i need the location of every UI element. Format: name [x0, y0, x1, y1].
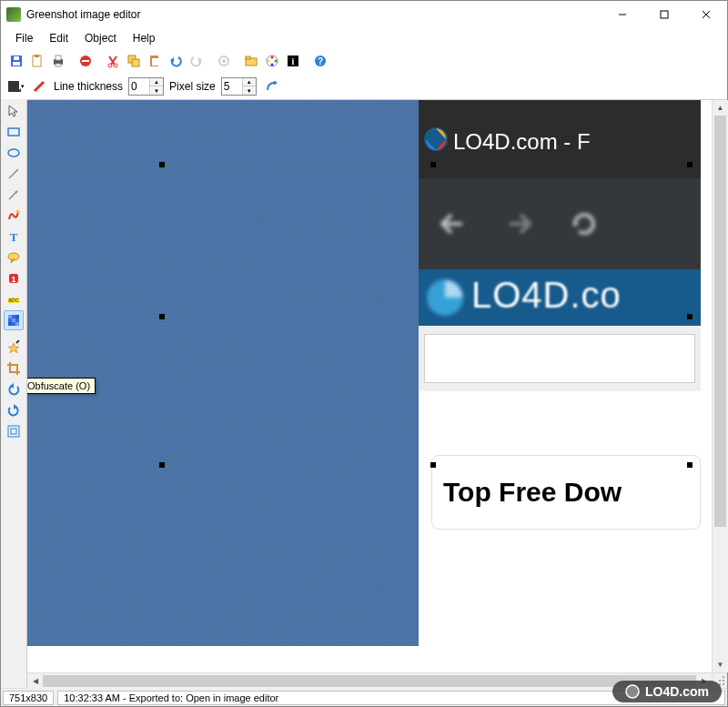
cut-button[interactable]: [103, 51, 123, 71]
titlebar[interactable]: Greenshot image editor: [1, 1, 727, 28]
scroll-left-arrow[interactable]: ◀: [27, 673, 43, 689]
svg-line-44: [9, 169, 18, 178]
svg-point-77: [723, 683, 724, 685]
minimize-button[interactable]: [602, 1, 643, 28]
menu-file[interactable]: File: [8, 30, 40, 46]
svg-rect-27: [246, 56, 250, 59]
selection-handle[interactable]: [159, 462, 165, 468]
svg-point-67: [424, 127, 448, 151]
arrow-tool[interactable]: [4, 185, 24, 205]
crop-tool[interactable]: [4, 359, 24, 379]
pixel-size-label: Pixel size: [169, 80, 216, 93]
selection-handle[interactable]: [430, 162, 436, 167]
svg-rect-57: [15, 315, 19, 318]
paste-button[interactable]: [145, 51, 165, 71]
maximize-button[interactable]: [643, 1, 685, 28]
redo-button[interactable]: [187, 51, 207, 71]
highlight-tool[interactable]: abc: [4, 289, 24, 309]
selection-handle[interactable]: [687, 462, 693, 468]
svg-rect-8: [35, 55, 39, 57]
effects-prop-icon[interactable]: [262, 77, 280, 96]
svg-text:1: 1: [11, 275, 15, 284]
menu-help[interactable]: Help: [126, 30, 163, 46]
copy-button[interactable]: [27, 51, 47, 71]
property-bar: ▾ Line thickness ▲▼ Pixel size ▲▼: [1, 74, 727, 99]
speech-tool[interactable]: [4, 247, 24, 268]
banner-text: LO4D.co: [471, 275, 622, 316]
line-tool[interactable]: [4, 164, 24, 184]
window-title: Greenshot image editor: [26, 8, 602, 21]
resize-tool[interactable]: [4, 421, 24, 441]
help-button[interactable]: ?: [310, 51, 330, 71]
scroll-down-arrow[interactable]: ▼: [713, 657, 728, 672]
color-picker-button[interactable]: [262, 51, 282, 71]
open-folder-button[interactable]: [241, 51, 261, 71]
status-dimensions: 751x830: [3, 691, 54, 705]
horizontal-scroll-thumb[interactable]: [43, 675, 696, 687]
greenshot-app-icon: [6, 7, 21, 22]
svg-rect-11: [56, 64, 61, 66]
watermark-text: LO4D.com: [645, 684, 709, 699]
selection-handle[interactable]: [159, 162, 165, 167]
info-button[interactable]: i: [283, 51, 303, 71]
selection-handle[interactable]: [159, 314, 165, 319]
effects-tool[interactable]: [4, 338, 24, 358]
highlight-prop-icon[interactable]: [30, 77, 48, 96]
delete-button[interactable]: [76, 51, 96, 71]
counter-tool[interactable]: 1: [4, 268, 24, 288]
vertical-scroll-thumb[interactable]: [714, 116, 726, 527]
line-thickness-field[interactable]: [129, 79, 149, 94]
svg-point-30: [275, 60, 278, 63]
rotate-right-tool[interactable]: [4, 400, 24, 420]
scroll-up-arrow[interactable]: ▲: [713, 100, 728, 116]
cursor-tool[interactable]: [4, 101, 24, 121]
selection-handle[interactable]: [430, 462, 436, 468]
line-thickness-input[interactable]: ▲▼: [128, 77, 164, 96]
pixel-size-down[interactable]: ▼: [243, 86, 256, 95]
svg-text:?: ?: [318, 56, 323, 66]
svg-line-62: [16, 340, 19, 343]
pixel-size-up[interactable]: ▲: [243, 78, 256, 86]
save-button[interactable]: [6, 51, 26, 71]
canvas-viewport[interactable]: LO4D.com - F LO4D.co Top Free Dow: [27, 100, 712, 672]
svg-marker-61: [8, 343, 18, 352]
selection-handle[interactable]: [687, 162, 693, 167]
pixel-size-input[interactable]: ▲▼: [221, 77, 257, 96]
canvas-area: LO4D.com - F LO4D.co Top Free Dow: [26, 99, 727, 688]
menu-object[interactable]: Object: [77, 30, 124, 46]
browser-tab-text: LO4D.com - F: [453, 129, 591, 155]
horizontal-scrollbar[interactable]: ◀ ▶: [27, 672, 712, 688]
close-button[interactable]: [685, 1, 727, 28]
settings-button[interactable]: [214, 51, 234, 71]
print-button[interactable]: [48, 51, 68, 71]
text-tool[interactable]: T: [4, 227, 24, 247]
svg-point-25: [222, 59, 226, 63]
freehand-tool[interactable]: [4, 206, 24, 226]
application-window: Greenshot image editor File Edit Object …: [0, 0, 728, 707]
svg-text:i: i: [292, 56, 295, 66]
svg-rect-65: [8, 426, 19, 437]
undo-button[interactable]: [166, 51, 186, 71]
svg-rect-47: [15, 209, 20, 214]
pixel-size-field[interactable]: [222, 79, 242, 94]
obfuscate-prop-icon[interactable]: ▾: [6, 77, 25, 96]
vertical-scrollbar[interactable]: ▲ ▼: [712, 100, 727, 672]
selection-handle[interactable]: [687, 314, 693, 319]
canvas[interactable]: LO4D.com - F LO4D.co Top Free Dow: [27, 100, 701, 646]
rectangle-tool[interactable]: [4, 122, 24, 142]
line-thickness-up[interactable]: ▲: [150, 78, 163, 86]
svg-point-72: [723, 676, 724, 678]
rotate-left-tool[interactable]: [4, 379, 24, 399]
obfuscate-tool[interactable]: [4, 310, 24, 330]
svg-rect-59: [8, 322, 12, 326]
svg-rect-13: [82, 60, 89, 62]
menu-edit[interactable]: Edit: [42, 30, 76, 46]
duplicate-button[interactable]: [124, 51, 144, 71]
svg-point-29: [271, 56, 274, 59]
line-thickness-label: Line thickness: [54, 80, 123, 93]
line-thickness-down[interactable]: ▼: [150, 86, 163, 95]
svg-text:T: T: [10, 230, 18, 244]
ellipse-tool[interactable]: [4, 143, 24, 163]
tool-palette: T 1 abc: [1, 99, 26, 688]
svg-rect-37: [8, 81, 19, 92]
